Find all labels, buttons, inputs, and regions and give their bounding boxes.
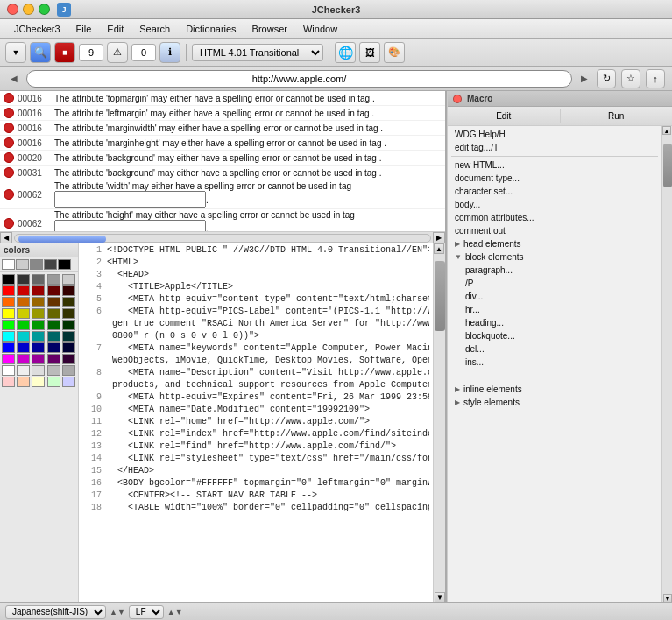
color-swatch[interactable] bbox=[32, 274, 45, 285]
macro-item[interactable]: ins... bbox=[448, 356, 661, 369]
color-swatch[interactable] bbox=[17, 377, 30, 387]
macro-scroll-down[interactable]: ▼ bbox=[663, 594, 672, 602]
scroll-right-button[interactable]: ▶ bbox=[433, 232, 445, 244]
white-swatch[interactable] bbox=[2, 259, 15, 270]
color-swatch[interactable] bbox=[2, 354, 15, 364]
url-arrow-left[interactable]: ◀ bbox=[7, 72, 21, 86]
macro-item[interactable]: ▶head elements bbox=[448, 237, 661, 250]
color-swatch[interactable] bbox=[17, 365, 30, 376]
color-swatch[interactable] bbox=[2, 331, 15, 342]
macro-item[interactable]: heading... bbox=[448, 316, 661, 329]
color-swatch[interactable] bbox=[32, 297, 45, 307]
scroll-left-button[interactable]: ◀ bbox=[0, 232, 12, 244]
stop-button[interactable]: ■ bbox=[54, 42, 75, 63]
macro-item[interactable]: blockquote... bbox=[448, 329, 661, 342]
black-swatch[interactable] bbox=[58, 259, 71, 270]
color-swatch[interactable] bbox=[17, 320, 30, 330]
color-swatch[interactable] bbox=[62, 308, 75, 319]
scroll-up-button[interactable]: ▲ bbox=[434, 243, 444, 254]
color-swatch[interactable] bbox=[62, 377, 75, 387]
color-swatch[interactable] bbox=[62, 342, 75, 353]
color-swatch[interactable] bbox=[32, 308, 45, 319]
color-swatch[interactable] bbox=[62, 354, 75, 364]
image-button[interactable]: 🖼 bbox=[359, 42, 380, 63]
color-swatch[interactable] bbox=[2, 342, 15, 353]
color-swatch[interactable] bbox=[32, 285, 45, 296]
color-swatch[interactable] bbox=[62, 274, 75, 285]
menu-window[interactable]: Window bbox=[296, 22, 344, 36]
filter-button[interactable]: ▼ bbox=[5, 42, 26, 63]
color-swatch[interactable] bbox=[17, 331, 30, 342]
color-swatch[interactable] bbox=[32, 331, 45, 342]
error-row[interactable]: 00062 The attribute 'width' may either h… bbox=[0, 180, 445, 209]
color-swatch[interactable] bbox=[2, 285, 15, 296]
menu-search[interactable]: Search bbox=[132, 22, 177, 36]
macro-item[interactable]: common attributes... bbox=[448, 211, 661, 224]
color-swatch[interactable] bbox=[47, 274, 60, 285]
color-swatch[interactable] bbox=[62, 297, 75, 307]
error-row[interactable]: 00031 The attribute 'background' may eit… bbox=[0, 166, 445, 180]
color-swatch[interactable] bbox=[32, 320, 45, 330]
color-swatch[interactable] bbox=[62, 285, 75, 296]
color-swatch[interactable] bbox=[47, 320, 60, 330]
macro-item[interactable]: comment out bbox=[448, 224, 661, 237]
error-row[interactable]: 00016 The attribute 'marginheight' may e… bbox=[0, 136, 445, 151]
color-swatch[interactable] bbox=[47, 354, 60, 364]
macro-item[interactable]: WDG Help/H bbox=[448, 128, 661, 141]
color-swatch[interactable] bbox=[17, 354, 30, 364]
error-row[interactable]: 00062 The attribute 'height' may either … bbox=[0, 209, 445, 231]
css-button[interactable]: 🎨 bbox=[384, 42, 405, 63]
macro-scroll-up[interactable]: ▲ bbox=[662, 126, 671, 135]
color-swatch[interactable] bbox=[47, 342, 60, 353]
macro-item[interactable]: paragraph... bbox=[448, 264, 661, 277]
color-swatch[interactable] bbox=[47, 297, 60, 307]
info-button[interactable]: ℹ bbox=[159, 42, 180, 63]
menu-jchecker3[interactable]: JChecker3 bbox=[7, 22, 67, 36]
warning-button[interactable]: ⚠ bbox=[107, 42, 128, 63]
reload-button[interactable]: ↻ bbox=[597, 69, 616, 88]
macro-run-button[interactable]: Run bbox=[561, 109, 673, 123]
macro-item[interactable]: hr... bbox=[448, 303, 661, 316]
code-lines[interactable]: 1<!DOCTYPE HTML PUBLIC "-//W3C//DTD HTML… bbox=[79, 243, 433, 602]
color-swatch[interactable] bbox=[62, 331, 75, 342]
macro-item[interactable]: ▶style elements bbox=[448, 396, 661, 409]
color-swatch[interactable] bbox=[17, 297, 30, 307]
color-swatch[interactable] bbox=[32, 365, 45, 376]
url-arrow-right[interactable]: ▶ bbox=[577, 72, 591, 86]
menu-edit[interactable]: Edit bbox=[100, 22, 131, 36]
color-swatch[interactable] bbox=[17, 285, 30, 296]
macro-item[interactable]: ▼block elements bbox=[448, 250, 661, 264]
macro-item[interactable]: body... bbox=[448, 198, 661, 211]
maximize-button[interactable] bbox=[39, 4, 50, 15]
menu-browser[interactable]: Browser bbox=[245, 22, 294, 36]
error-row[interactable]: 00020 The attribute 'background' may eit… bbox=[0, 151, 445, 166]
color-swatch[interactable] bbox=[62, 365, 75, 376]
menu-dictionaries[interactable]: Dictionaries bbox=[179, 22, 243, 36]
error-row[interactable]: 00016 The attribute 'leftmargin' may eit… bbox=[0, 106, 445, 121]
scroll-down-button[interactable]: ▼ bbox=[435, 592, 445, 602]
macro-edit-button[interactable]: Edit bbox=[448, 109, 561, 123]
lgray-swatch[interactable] bbox=[16, 259, 29, 270]
color-swatch[interactable] bbox=[47, 365, 60, 376]
minimize-button[interactable] bbox=[23, 4, 34, 15]
color-swatch[interactable] bbox=[2, 308, 15, 319]
search-button[interactable]: 🔍 bbox=[30, 42, 51, 63]
color-swatch[interactable] bbox=[47, 377, 60, 387]
macro-item[interactable]: del... bbox=[448, 342, 661, 356]
error-row[interactable]: 00016 The attribute 'marginwidth' may ei… bbox=[0, 121, 445, 136]
bookmark-button[interactable]: ☆ bbox=[621, 69, 640, 88]
macro-item[interactable]: character set... bbox=[448, 185, 661, 198]
color-swatch[interactable] bbox=[62, 320, 75, 330]
macro-item[interactable]: ▶inline elements bbox=[448, 383, 661, 396]
color-swatch[interactable] bbox=[47, 331, 60, 342]
color-swatch[interactable] bbox=[2, 297, 15, 307]
color-swatch[interactable] bbox=[17, 274, 30, 285]
encoding-select[interactable]: Japanese(shift-JIS) bbox=[5, 605, 106, 619]
macro-item[interactable]: /P bbox=[448, 277, 661, 290]
close-button[interactable] bbox=[7, 4, 18, 15]
color-swatch[interactable] bbox=[17, 342, 30, 353]
color-swatch[interactable] bbox=[32, 354, 45, 364]
share-button[interactable]: ↑ bbox=[646, 69, 665, 88]
url-input[interactable] bbox=[26, 70, 572, 88]
macro-item[interactable]: document type... bbox=[448, 172, 661, 185]
